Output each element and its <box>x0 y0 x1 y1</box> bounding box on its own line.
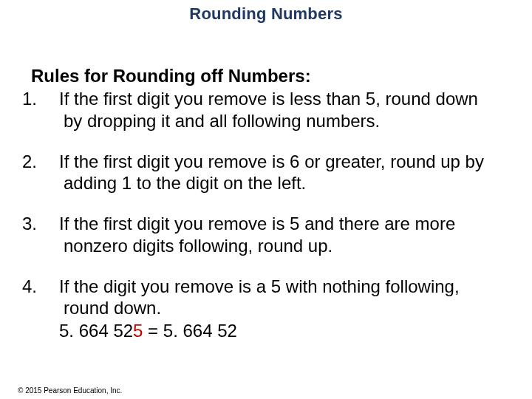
rule-number: 1. <box>43 88 59 109</box>
copyright-notice: © 2015 Pearson Education, Inc. <box>18 386 122 395</box>
slide: Rounding Numbers Rules for Rounding off … <box>0 0 532 399</box>
slide-title: Rounding Numbers <box>0 4 532 24</box>
rule-3: 3.If the first digit you remove is 5 and… <box>31 213 501 256</box>
rule-text: If the digit you remove is a 5 with noth… <box>59 276 460 318</box>
example-lhs-highlight: 5 <box>133 321 143 341</box>
example-lhs-part1: 5. 664 52 <box>59 321 133 341</box>
rule-number: 4. <box>43 276 59 297</box>
rule-text: If the first digit you remove is less th… <box>59 89 478 130</box>
rule-1: 1.If the first digit you remove is less … <box>31 88 501 132</box>
example-equals: = <box>143 321 163 341</box>
rule-2: 2.If the first digit you remove is 6 or … <box>31 151 501 194</box>
slide-body: Rules for Rounding off Numbers: 1.If the… <box>31 65 501 342</box>
rule-text: If the first digit you remove is 5 and t… <box>59 214 455 255</box>
rules-heading: Rules for Rounding off Numbers: <box>31 65 501 86</box>
rule-number: 3. <box>43 213 59 234</box>
example-equation: 5. 664 525 = 5. 664 52 <box>31 320 501 341</box>
example-rhs: 5. 664 52 <box>163 321 237 341</box>
rule-number: 2. <box>43 151 59 172</box>
rule-text: If the first digit you remove is 6 or gr… <box>59 151 484 193</box>
rule-4: 4.If the digit you remove is a 5 with no… <box>31 276 501 319</box>
